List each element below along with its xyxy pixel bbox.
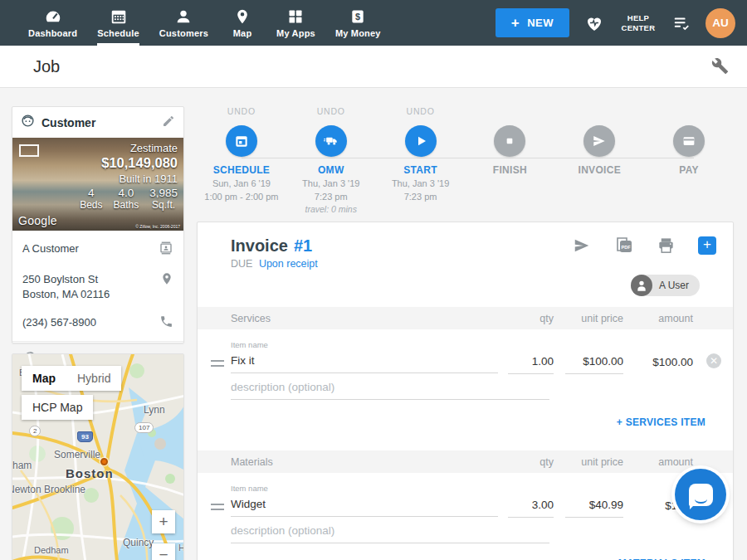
stat-beds: 4 Beds <box>80 187 102 211</box>
contact-card-icon[interactable] <box>159 241 173 258</box>
delete-service-item-icon[interactable]: ✕ <box>706 353 721 368</box>
undo-link[interactable]: UNDO <box>376 106 466 120</box>
service-name-input[interactable] <box>231 349 498 373</box>
map-label-quincy: Quincy <box>123 537 154 548</box>
content-area: Customer Zestimate $10,149,080 Built in … <box>0 88 747 560</box>
service-unit-price-input[interactable] <box>565 350 623 374</box>
route-shield-93: 93 <box>77 431 93 442</box>
nav-item-schedule[interactable]: Schedule <box>87 0 149 46</box>
user-avatar[interactable]: AU <box>706 8 735 38</box>
map-canvas[interactable]: Burlington Lynn 107 2 93 Somerville ham … <box>12 354 183 560</box>
schedule-step-button[interactable] <box>226 125 257 157</box>
location-pin-icon[interactable] <box>160 271 173 289</box>
timeline-step-finish: FINISH <box>465 106 554 221</box>
zestimate-overlay: Zestimate $10,149,080 Built in 1911 4 Be… <box>80 142 178 211</box>
invoice-actions: PDF + <box>572 236 716 256</box>
omw-step-button[interactable] <box>315 125 347 157</box>
nav-item-map[interactable]: Map <box>218 0 266 46</box>
nav-right-cluster: + NEW HELP CENTER AU <box>496 0 747 46</box>
invoice-number: #1 <box>294 236 312 256</box>
timeline-step-schedule: UNDO SCHEDULE Sun, Jan 6 '191:00 pm - 2:… <box>197 106 286 221</box>
nav-label: Dashboard <box>28 28 77 38</box>
stat-sqft: 3,985 Sq.ft. <box>149 187 178 211</box>
checklist-icon[interactable] <box>671 14 691 32</box>
send-invoice-icon[interactable] <box>572 236 592 255</box>
money-icon: $ <box>349 7 366 26</box>
zestimate-label: Zestimate <box>80 142 178 154</box>
dashboard-icon <box>44 7 62 26</box>
health-heart-icon[interactable] <box>583 13 605 33</box>
new-button[interactable]: + NEW <box>496 8 569 37</box>
services-title: Services <box>231 313 508 324</box>
materials-title: Materials <box>231 456 508 468</box>
add-services-item-link[interactable]: + SERVICES ITEM <box>617 416 706 428</box>
edit-pencil-icon[interactable] <box>162 114 175 131</box>
map-type-map-button[interactable]: Map <box>22 366 66 391</box>
phone-icon[interactable] <box>159 314 173 331</box>
google-watermark: Google <box>18 214 57 227</box>
unit-price-column-header: unit price <box>565 456 623 468</box>
map-type-hybrid-button[interactable]: Hybrid <box>66 366 121 391</box>
pay-step-button[interactable] <box>673 125 705 157</box>
hcp-map-button[interactable]: HCP Map <box>22 395 93 420</box>
customer-card-header: Customer <box>12 107 183 138</box>
nav-item-customers[interactable]: Customers <box>149 0 218 46</box>
apps-grid-icon <box>287 7 304 26</box>
top-nav: Dashboard Schedule Customers Map <box>0 0 747 46</box>
due-value-link[interactable]: Upon receipt <box>259 258 318 270</box>
material-item-row: Item name $122. ✕ <box>198 473 733 518</box>
undo-link[interactable]: UNDO <box>197 106 286 120</box>
services-header-bar: Services qty unit price amount <box>198 307 733 329</box>
material-description-input[interactable] <box>231 519 549 543</box>
service-qty-input[interactable] <box>508 350 554 374</box>
start-step-button[interactable] <box>405 125 437 157</box>
print-icon[interactable] <box>657 236 676 256</box>
finish-step-button[interactable] <box>494 125 525 157</box>
undo-link[interactable]: UNDO <box>286 106 376 120</box>
truck-icon <box>322 133 340 149</box>
nav-label: Customers <box>159 28 208 38</box>
material-name-input[interactable] <box>231 493 498 517</box>
nav-label: Map <box>233 28 252 38</box>
zestimate-value: $10,149,080 <box>80 155 178 171</box>
nav-tabs: Dashboard Schedule Customers Map <box>0 0 391 46</box>
service-description-input[interactable] <box>231 376 549 400</box>
drag-handle-icon[interactable] <box>211 504 224 510</box>
job-settings-icon[interactable] <box>711 57 729 78</box>
property-photo[interactable]: Zestimate $10,149,080 Built in 1911 4 Be… <box>12 138 183 231</box>
help-center-link[interactable]: HELP CENTER <box>619 13 657 33</box>
customer-phone: (234) 567-8900 <box>22 314 159 330</box>
unit-price-column-header: unit price <box>565 313 623 324</box>
material-unit-price-input[interactable] <box>565 494 623 518</box>
add-invoice-button[interactable]: + <box>698 236 716 255</box>
drag-handle-icon[interactable] <box>211 360 224 367</box>
map-type-controls: Map Hybrid HCP Map <box>22 366 121 420</box>
customer-name: A Customer <box>22 241 159 256</box>
invoice-title: Invoice <box>231 236 288 256</box>
calendar-icon <box>233 133 250 149</box>
map-zoom-out-button[interactable]: − <box>152 543 175 560</box>
map-label-newton: Newton <box>12 484 42 495</box>
user-silhouette-icon <box>631 275 652 296</box>
customer-face-icon <box>21 114 35 131</box>
pdf-icon[interactable]: PDF <box>614 236 634 256</box>
amount-column-header: amount <box>632 313 693 324</box>
map-zoom-in-button[interactable]: + <box>152 510 175 533</box>
map-pin-icon <box>234 7 251 26</box>
customer-card-title: Customer <box>42 116 155 129</box>
new-button-label: NEW <box>527 17 554 29</box>
nav-item-my-money[interactable]: $ My Money <box>325 0 391 46</box>
assigned-user-chip[interactable]: A User <box>631 275 700 296</box>
nav-item-dashboard[interactable]: Dashboard <box>18 0 87 46</box>
nav-item-my-apps[interactable]: My Apps <box>266 0 325 46</box>
chat-launcher-button[interactable] <box>675 469 726 520</box>
assigned-user-name: A User <box>659 280 689 291</box>
invoice-step-button[interactable] <box>583 125 615 157</box>
street-view-frame-icon <box>19 144 39 157</box>
svg-text:$: $ <box>355 12 360 22</box>
material-qty-input[interactable] <box>508 494 554 518</box>
chat-bubble-icon <box>689 484 713 506</box>
property-stats: 4 Beds 4.0 Baths 3,985 Sq.ft. <box>80 187 178 211</box>
item-name-label: Item name <box>231 484 498 493</box>
amount-column-header: amount <box>632 456 693 468</box>
